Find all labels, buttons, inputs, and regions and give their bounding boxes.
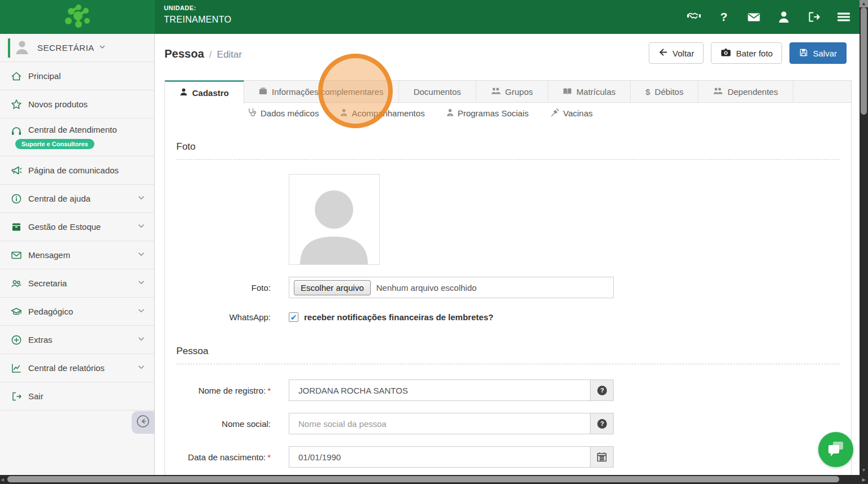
avatar-silhouette-icon: [289, 175, 379, 264]
field-row-data-nascimento: Data de nascimento:*: [176, 446, 840, 468]
svg-text:?: ?: [600, 420, 604, 427]
vertical-scrollbar[interactable]: ▲ ▼: [860, 0, 868, 484]
field-row-nome-registro: Nome de registro:* ?: [176, 380, 840, 401]
tab-dependentes[interactable]: Dependentes: [698, 81, 793, 102]
app-logo-icon: [63, 2, 92, 32]
sidebar-item-central-de-atendimento[interactable]: Central de Atendimento Suporte e Consult…: [0, 119, 154, 156]
chevron-down-icon: [136, 334, 146, 346]
brand-logo-area[interactable]: [0, 0, 155, 34]
vertical-scroll-thumb[interactable]: [861, 7, 867, 115]
field-label: Data de nascimento:: [188, 452, 266, 462]
tab-grupos[interactable]: Grupos: [476, 81, 548, 102]
toolbar: Voltar Bater foto Salvar: [649, 42, 847, 64]
sidebar-item-principal[interactable]: Principal: [0, 62, 154, 90]
chevron-down-icon: [136, 249, 146, 261]
user-icon: [180, 88, 188, 98]
sidebar-item-central-de-relatorios[interactable]: Central de relatórios: [0, 354, 154, 382]
help-icon[interactable]: ?: [717, 10, 731, 24]
form-body: Foto Foto: Escolher arquivo Nenhum arqui…: [165, 141, 851, 468]
sidebar-collapse-button[interactable]: [132, 411, 154, 434]
tab-dados-medicos[interactable]: Dados médicos: [248, 108, 319, 119]
syringe-icon: [550, 108, 559, 119]
scroll-down-arrow[interactable]: ▼: [860, 466, 868, 474]
tab-documentos[interactable]: Documentos: [399, 81, 476, 102]
sidebar-item-secretaria[interactable]: Secretaria: [0, 269, 154, 298]
tab-matriculas[interactable]: Matrículas: [548, 81, 631, 102]
sidebar-item-sair[interactable]: Sair: [0, 382, 154, 411]
handshake-icon[interactable]: [687, 10, 701, 24]
chevron-down-icon: [136, 362, 146, 374]
whatsapp-checkbox[interactable]: ✔: [289, 312, 298, 322]
file-input[interactable]: Escolher arquivo Nenhum arquivo escolhid…: [289, 277, 614, 298]
take-photo-button[interactable]: Bater foto: [711, 42, 782, 64]
tab-cadastro[interactable]: Cadastro: [165, 80, 244, 103]
users-icon: [491, 87, 501, 97]
sidebar-item-mensagem[interactable]: Mensagem: [0, 241, 154, 269]
megaphone-icon: [10, 164, 23, 177]
tab-acompanhamentos[interactable]: Acompanhamentos: [340, 108, 424, 118]
sidebar-item-pedagogico[interactable]: Pedagógico: [0, 298, 154, 326]
unit-info: UNIDADE: TREINAMENTO: [164, 5, 231, 25]
registered-name-input[interactable]: [289, 380, 590, 401]
plus-circle-icon: [10, 334, 23, 346]
whatsapp-row: WhatsApp: ✔ receber notificações finance…: [176, 312, 840, 322]
scrollbar-corner[interactable]: ▶: [860, 475, 868, 484]
calendar-addon[interactable]: [590, 446, 614, 468]
logout-icon[interactable]: [806, 10, 821, 24]
sidebar-item-pagina-de-comunicados[interactable]: Página de comunicados: [0, 156, 154, 185]
horizontal-scroll-thumb[interactable]: [7, 476, 839, 482]
tab-panel: Cadastro Informações complementares Docu…: [164, 80, 852, 475]
social-name-input[interactable]: [289, 413, 590, 434]
profile-menu[interactable]: SECRETÁRIA: [0, 34, 154, 62]
scroll-up-arrow[interactable]: ▲: [860, 0, 868, 7]
sidebar-item-gestao-de-estoque[interactable]: Gestão de Estoque: [0, 213, 154, 241]
users-icon: [10, 277, 23, 290]
mail-icon[interactable]: [747, 10, 761, 24]
tab-vacinas[interactable]: Vacinas: [550, 108, 593, 119]
svg-text:?: ?: [600, 387, 604, 394]
chevron-down-icon: [98, 42, 107, 54]
save-button[interactable]: Salvar: [789, 42, 847, 64]
question-circle-icon: ?: [597, 385, 607, 396]
tab-debitos[interactable]: $ Débitos: [631, 81, 698, 102]
tab-bar-row2: Dados médicos Acompanhamentos Programas …: [165, 103, 851, 123]
photo-file-row: Foto: Escolher arquivo Nenhum arquivo es…: [176, 277, 840, 298]
sidebar-item-central-de-ajuda[interactable]: Central de ajuda: [0, 185, 154, 213]
profile-accent-bar: [8, 38, 10, 58]
photo-file-label: Foto:: [176, 283, 271, 293]
required-asterisk: *: [267, 452, 271, 462]
tab-bar-row1: Cadastro Informações complementares Docu…: [165, 80, 851, 103]
info-icon: [10, 193, 23, 205]
sidebar-item-novos-produtos[interactable]: Novos produtos: [0, 90, 154, 119]
graduation-cap-icon: [10, 306, 23, 318]
breadcrumb: Pessoa / Editar: [164, 47, 242, 60]
app-window: UNIDADE: TREINAMENTO ?: [0, 0, 868, 484]
help-addon[interactable]: ?: [590, 380, 614, 401]
tab-programas-sociais[interactable]: Programas Sociais: [446, 108, 529, 118]
briefcase-icon: [259, 87, 267, 97]
scroll-left-arrow[interactable]: ◀: [1, 475, 4, 484]
support-badge: Suporte e Consultores: [15, 139, 94, 149]
tab-informacoes-complementares[interactable]: Informações complementares: [244, 81, 399, 102]
whatsapp-label: WhatsApp:: [176, 312, 271, 322]
profile-name: SECRETÁRIA: [37, 43, 94, 53]
top-header: UNIDADE: TREINAMENTO ?: [0, 0, 868, 34]
sidebar-item-extras[interactable]: Extras: [0, 326, 154, 354]
envelope-icon: [10, 249, 23, 261]
help-addon[interactable]: ?: [590, 413, 614, 434]
horizontal-scrollbar[interactable]: ◀: [0, 475, 860, 484]
user-icon[interactable]: [776, 10, 791, 24]
archive-icon: [10, 221, 23, 233]
section-divider: [176, 159, 840, 160]
question-circle-icon: ?: [597, 418, 607, 429]
back-button[interactable]: Voltar: [649, 42, 704, 64]
menu-icon[interactable]: [836, 10, 851, 24]
field-row-nome-social: Nome social: ?: [176, 413, 840, 434]
choose-file-button[interactable]: Escolher arquivo: [294, 280, 371, 295]
chevron-down-icon: [136, 277, 146, 290]
unit-name: TREINAMENTO: [164, 15, 231, 25]
chat-button[interactable]: [818, 432, 853, 467]
required-asterisk: *: [267, 386, 271, 395]
dollar-icon: $: [645, 87, 650, 97]
birthdate-input[interactable]: [289, 446, 590, 468]
